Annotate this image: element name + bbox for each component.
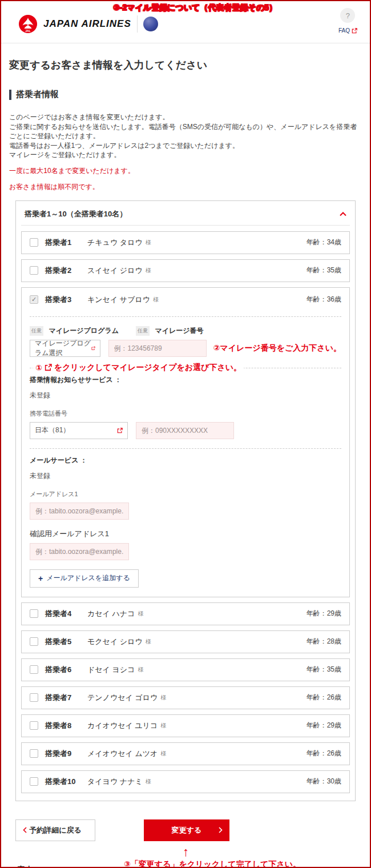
back-to-details-button[interactable]: 予約詳細に戻る [15,819,95,841]
passenger-10-checkbox[interactable] [30,777,38,786]
notice-order: お客さま情報は順不同です。 [9,182,362,192]
optional-badge: 任意 [136,326,150,336]
email1-input[interactable] [30,503,129,520]
passenger-age: 年齢：35歳 [307,665,341,674]
passenger-age: 年齢：35歳 [307,266,341,275]
mileage-program-select[interactable]: マイレージプログラム選択 [30,340,100,357]
passenger-row-6: 搭乗者6 ドセイ ヨシコ 様 年齢：35歳 [21,658,350,681]
honorific: 様 [138,666,143,674]
external-link-icon [45,364,52,371]
annotation-step1-number: ① [35,363,42,372]
oneworld-logo [143,17,158,31]
email1-confirm-input[interactable] [30,543,129,560]
passenger-number: 搭乗者10 [45,777,87,787]
annotation-arrow-up: ↑ [183,845,189,859]
notify-status: 未登録 [30,391,341,400]
passenger-age: 年齢：29歳 [307,721,341,730]
passenger-row-5: 搭乗者5 モクセイ シロウ 様 年齢：28歳 [21,630,350,653]
passenger-4-checkbox[interactable] [30,609,38,618]
description-line: マイレージをご登録いただけます。 [9,150,362,160]
honorific: 様 [146,778,151,786]
external-link-icon [91,345,95,351]
jal-logo[interactable]: JAL JAPAN AIRLINES [18,14,131,34]
passenger-age: 年齢：29歳 [307,609,341,618]
passenger-name: ドセイ ヨシコ [87,665,135,675]
passenger-2-checkbox[interactable] [30,266,38,275]
passenger-name: カセイ ハナコ [87,609,135,619]
passenger-number: 搭乗者7 [45,693,87,703]
mileage-program-value: マイレージプログラム選択 [35,339,91,358]
passenger-number: 搭乗者5 [45,637,87,647]
passenger-age: 年齢：26歳 [307,749,341,758]
annotation-step3: ③「変更する」をクリックして完了して下さい。 [124,859,301,868]
notice-max-passengers: 一度に最大10名まで変更いただけます。 [9,166,362,176]
passenger-name: チキュウ タロウ [87,238,143,248]
passenger-name: カイオウセイ ユリコ [87,721,158,731]
page-description: このページではお客さま情報を変更いただけます。 ご搭乗に関するお知らせを送信いた… [9,112,362,160]
passenger-age: 年齢：28歳 [307,637,341,646]
logo-divider [137,15,138,33]
passenger-row-2: 搭乗者2 スイセイ ジロウ 様 年齢：35歳 [21,259,350,282]
description-line: ご搭乗に関するお知らせを送信いたします。電話番号（SMSの受信が可能なもの）や、… [9,122,362,141]
svg-text:JAL: JAL [25,29,30,33]
passenger-row-7: 搭乗者7 テンノウセイ ゴロウ 様 年齢：26歳 [21,686,350,709]
passenger-age: 年齢：36歳 [307,295,341,304]
country-code-select[interactable]: 日本（81） [30,422,128,439]
mobile-phone-input[interactable] [136,422,234,439]
external-link-icon [352,28,357,34]
mobile-phone-label: 携帯電話番号 [30,409,341,418]
passenger-5-checkbox[interactable] [30,637,38,646]
passenger-age: 年齢：34歳 [307,238,341,247]
accordion-header[interactable]: 搭乗者1～10（全搭乗者10名） [21,208,350,225]
passenger-number: 搭乗者8 [45,721,87,731]
jal-crane-icon: JAL [18,14,38,34]
honorific: 様 [160,722,166,730]
passenger-row-4: 搭乗者4 カセイ ハナコ 様 年齢：29歳 [21,602,350,625]
mileage-number-input[interactable] [108,340,207,357]
country-code-value: 日本（81） [35,425,70,435]
honorific: 様 [138,610,143,618]
screenshot-frame: ②-2マイル登録について（代表者登録その5） JAL JAPAN AIRLINE… [0,0,371,868]
passenger-1-checkbox[interactable] [30,238,38,247]
passenger-3-checkbox[interactable] [30,295,38,304]
mail-status: 未登録 [30,471,341,481]
passenger-name: タイヨウ ナナミ [87,777,143,787]
passenger-number: 搭乗者6 [45,665,87,675]
annotation-step1-text: をクリックしてマイレージタイプをお選び下さい。 [54,363,241,373]
passenger-age: 年齢：30歳 [307,777,341,786]
annotation-step2: ②マイレージ番号をご入力下さい。 [213,343,341,353]
annotation-step1: ① をクリックしてマイレージタイプをお選び下さい。 [33,363,244,373]
passenger-row-3-expanded: 搭乗者3 キンセイ サブロウ 様 年齢：36歳 任意 マイレージプログラム 任意… [21,287,350,597]
honorific: 様 [160,750,166,758]
plus-icon: + [38,574,43,583]
section-title: 搭乗者情報 [16,89,59,100]
email1-label: メールアドレス1 [30,490,341,499]
passenger-7-checkbox[interactable] [30,693,38,702]
honorific: 様 [160,694,166,702]
passenger-6-checkbox[interactable] [30,665,38,674]
faq-link[interactable]: FAQ [338,27,357,34]
back-button-label: 予約詳細に戻る [29,825,82,835]
mileage-number-label: マイレージ番号 [155,327,203,335]
passenger-name: メイオウセイ ムツオ [87,749,158,759]
chevron-right-icon [219,827,223,833]
passenger-number: 搭乗者2 [45,266,87,276]
optional-badge: 任意 [30,326,43,336]
dashed-divider [30,316,341,317]
action-bar: 予約詳細に戻る 変更する ↑ ③「変更する」をクリックして完了して下さい。 [15,819,356,868]
add-email-button[interactable]: + メールアドレスを追加する [30,569,139,588]
section-accent-bar [9,90,11,100]
submit-change-button[interactable]: 変更する [144,819,229,841]
passenger-row-10: 搭乗者10 タイヨウ ナナミ 様 年齢：30歳 [21,770,350,793]
passenger-9-checkbox[interactable] [30,749,38,758]
page-title: 変更するお客さま情報を入力してください [9,58,362,72]
help-circle-icon[interactable]: ? [340,8,355,23]
honorific: 様 [153,296,159,304]
chevron-up-icon[interactable] [340,212,346,216]
main-content: 変更するお客さま情報を入力してください 搭乗者情報 このページではお客さま情報を… [1,58,370,868]
dashed-divider [30,448,341,449]
passenger-age: 年齢：26歳 [307,693,341,702]
email1-confirm-label: 確認用メールアドレス1 [30,529,341,539]
passenger-8-checkbox[interactable] [30,721,38,730]
section-header: 搭乗者情報 [9,89,362,100]
